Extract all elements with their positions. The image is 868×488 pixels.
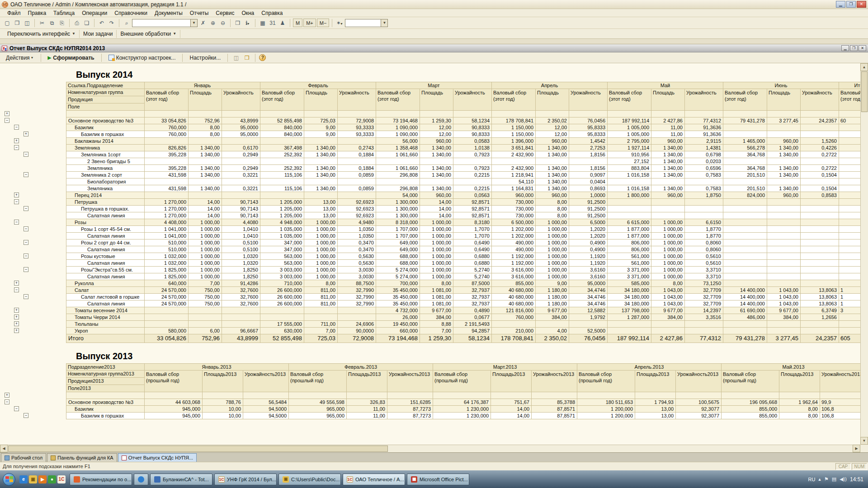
menu-item-Файл[interactable]: Файл — [4, 9, 24, 17]
scroll-left-arrow[interactable]: ◀ — [0, 445, 8, 452]
network-icon[interactable]: ▤ — [832, 476, 836, 482]
collapse-icon[interactable]: − — [24, 413, 28, 418]
collapse-icon[interactable]: − — [14, 145, 19, 150]
collapse-icon[interactable]: − — [24, 172, 28, 177]
mdi-tab-report[interactable]: Отчет Выпуск СКДс НУПЯ... — [118, 453, 197, 462]
expand-icon[interactable]: + — [5, 393, 9, 398]
collapse-icon[interactable]: − — [24, 226, 28, 231]
report-close-button[interactable]: ✕ — [859, 45, 866, 51]
green-app-icon[interactable]: ● — [48, 475, 56, 483]
collapse-icon[interactable]: − — [24, 152, 28, 157]
save-report-icon[interactable]: ◫ — [231, 53, 241, 62]
minimize-button[interactable]: ▁ — [836, 1, 845, 8]
taskbar-button[interactable]: ▣C:\Users\Public\Doc... — [278, 474, 341, 485]
expand-icon[interactable]: + — [14, 314, 19, 319]
interface-item-3[interactable]: Внешние обработки▼ — [117, 30, 180, 38]
horizontal-scroll-thumb[interactable] — [8, 446, 388, 452]
expand-icon[interactable]: + — [14, 328, 19, 333]
info-icon[interactable]: ℹ▼ — [243, 19, 252, 28]
scroll-up-arrow[interactable]: ▲ — [860, 63, 868, 71]
taskbar-button[interactable]: ▦Microsoft Office Pict... — [407, 474, 469, 485]
clear-search-icon[interactable]: ✗ — [198, 19, 208, 28]
collapse-icon[interactable]: − — [24, 240, 28, 245]
tray-expand-icon[interactable]: ▴ — [818, 476, 821, 482]
taskbar-button[interactable] — [134, 474, 148, 485]
star-icon[interactable]: ✶▼ — [335, 19, 344, 28]
1c-launcher-icon[interactable]: 1С — [57, 475, 66, 483]
expand-icon[interactable]: + — [5, 111, 9, 116]
find-icon[interactable]: ⌕ — [122, 19, 131, 28]
clock[interactable]: 14:51 — [850, 476, 865, 483]
actions-button[interactable]: Действия ▼ — [3, 53, 37, 62]
save-icon[interactable]: ◫ — [23, 19, 32, 28]
report-minimize-button[interactable]: ▁ — [841, 45, 849, 51]
collapse-icon[interactable]: − — [5, 118, 9, 123]
expand-icon[interactable]: + — [14, 281, 19, 286]
action-center-flag-icon[interactable]: ⚑ — [824, 476, 829, 482]
memory-button[interactable]: М — [293, 19, 302, 27]
memory-minus-button[interactable]: М− — [317, 19, 330, 27]
menu-item-Операции[interactable]: Операции — [78, 9, 111, 17]
menu-item-Отчеты[interactable]: Отчеты — [186, 9, 212, 17]
menu-item-Таблица[interactable]: Таблица — [50, 9, 78, 17]
print-preview-icon[interactable]: ❏ — [82, 19, 91, 28]
cut-icon[interactable]: ✂ — [38, 19, 47, 28]
menu-item-Сервис[interactable]: Сервис — [212, 9, 238, 17]
redo-icon[interactable]: ↷ — [107, 19, 116, 28]
taskbar-button[interactable]: Рекомендации по о... — [70, 474, 132, 485]
interface-item-1[interactable]: Переключить интерфейс▼ — [4, 30, 80, 38]
menu-item-Справочники[interactable]: Справочники — [111, 9, 151, 17]
collapse-icon[interactable]: − — [14, 220, 19, 225]
speaker-icon[interactable]: ◀)) — [840, 476, 847, 482]
open-file-icon[interactable]: ❐ — [13, 19, 22, 28]
zoom-out-icon[interactable]: ⊖ — [218, 19, 227, 28]
taskbar-button[interactable]: 1СОАО Тепличное / А... — [343, 474, 405, 485]
scroll-down-arrow[interactable]: ▼ — [860, 437, 868, 445]
print-icon[interactable]: ⎙ — [72, 19, 81, 28]
report-restore-button[interactable]: ❐ — [850, 45, 858, 51]
expand-icon[interactable]: + — [24, 131, 28, 136]
collapse-icon[interactable]: − — [24, 294, 28, 299]
mdi-tab-panel[interactable]: Панель функций для КА — [47, 453, 117, 462]
menu-item-Правка[interactable]: Правка — [24, 9, 50, 17]
calendar-icon[interactable]: 31 — [268, 19, 277, 28]
mdi-tab-desktop[interactable]: Рабочий стол — [1, 453, 46, 462]
internet-explorer-icon[interactable]: e — [19, 475, 28, 483]
combo-dropdown-icon[interactable]: ▼ — [191, 19, 198, 27]
load-report-icon[interactable]: ❒ — [242, 53, 251, 62]
taskbar-button[interactable]: БуланкинСА^ - Tot... — [150, 474, 212, 485]
memory-plus-button[interactable]: М+ — [303, 19, 316, 27]
media-player-icon[interactable]: ▶ — [38, 475, 47, 483]
combo-dropdown-icon[interactable]: ▼ — [381, 19, 388, 27]
collapse-icon[interactable]: − — [24, 253, 28, 258]
expand-icon[interactable]: + — [14, 192, 19, 197]
settings-button[interactable]: Настройки... — [186, 53, 224, 62]
collapse-icon[interactable]: − — [24, 267, 28, 272]
collapse-icon[interactable]: − — [24, 206, 28, 211]
menu-item-Документы[interactable]: Документы — [151, 9, 186, 17]
scroll-right-arrow[interactable]: ▶ — [853, 445, 860, 452]
close-button[interactable]: ✕ — [857, 1, 866, 8]
calculator-icon[interactable]: ▦ — [258, 19, 267, 28]
language-indicator[interactable]: RU — [808, 477, 815, 482]
zoom-in-icon[interactable]: ⊕ — [208, 19, 217, 28]
paste-icon[interactable]: ⎘ — [57, 19, 66, 28]
undo-icon[interactable]: ↶ — [97, 19, 106, 28]
expand-icon[interactable]: + — [14, 138, 19, 143]
interface-item-2[interactable]: Мои задачи — [80, 30, 117, 38]
collapse-icon[interactable]: − — [5, 399, 9, 404]
help-icon[interactable]: ? — [259, 54, 266, 61]
vertical-scrollbar[interactable]: ▲ ▼ — [860, 63, 868, 445]
horizontal-scrollbar[interactable]: ◀ ▶ — [0, 445, 868, 452]
new-file-icon[interactable]: ▢ — [3, 19, 12, 28]
duplicate-icon[interactable]: ❒ — [233, 19, 242, 28]
expand-icon[interactable]: + — [14, 308, 19, 313]
taskbar-button[interactable]: 1СУНФ ГрК 2014 / Бул... — [214, 474, 277, 485]
settings-constructor-button[interactable]: Конструктор настроек... — [105, 53, 179, 62]
collapse-icon[interactable]: − — [14, 406, 19, 411]
collapse-icon[interactable]: − — [14, 199, 19, 204]
explorer-folder-icon[interactable]: ▣ — [29, 475, 37, 483]
user-lock-icon[interactable]: ♟ — [278, 19, 287, 28]
menu-item-Справка[interactable]: Справка — [258, 9, 286, 17]
generate-button[interactable]: ▶ Сформировать — [45, 53, 98, 62]
